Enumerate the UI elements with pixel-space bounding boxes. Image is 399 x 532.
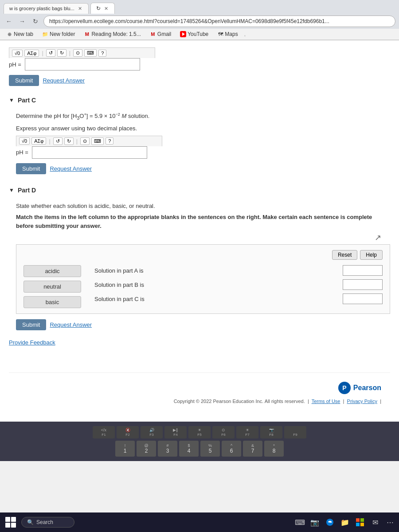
keyboard-btn-c[interactable]: ⌨: [91, 137, 104, 145]
reset-btn-b[interactable]: ⊙: [73, 49, 82, 57]
fn-key-bright-down[interactable]: ☀F5: [188, 426, 211, 438]
reset-button-d[interactable]: Reset: [332, 250, 357, 260]
back-button[interactable]: ←: [4, 16, 14, 27]
fn-key-screenshot[interactable]: 📷F8: [260, 426, 282, 438]
key-2[interactable]: @2: [137, 441, 156, 457]
key-5[interactable]: %5: [200, 441, 220, 457]
key-3[interactable]: #3: [158, 441, 177, 457]
undo-btn-b[interactable]: ↺: [46, 49, 55, 57]
address-bar-row: ← → ↻: [0, 14, 399, 29]
tab-1-close[interactable]: ✕: [77, 6, 83, 12]
gmail-icon: M: [150, 31, 156, 37]
part-c-body: Determine the pH for [H3O+] = 5.9 × 10−2…: [16, 112, 390, 174]
fn-key-play[interactable]: ▶‖F4: [164, 426, 187, 438]
help-btn-c[interactable]: ?: [106, 137, 113, 145]
reload-button[interactable]: ↻: [30, 16, 41, 27]
browser-tab-1[interactable]: w is grocery plastic bags blu... ✕: [4, 3, 89, 14]
key-7[interactable]: &7: [243, 441, 262, 457]
bookmark-maps[interactable]: 🗺 Maps: [215, 30, 240, 38]
key-8[interactable]: *8: [264, 441, 284, 457]
fn-key-f9[interactable]: F9: [284, 426, 306, 438]
youtube-icon: [180, 31, 186, 37]
drag-item-basic[interactable]: basic: [23, 296, 81, 308]
fn-key-bright-up[interactable]: ⊙F6: [212, 426, 235, 438]
folder-icon: 📁: [42, 31, 48, 37]
submit-btn-d[interactable]: Submit: [16, 319, 46, 330]
redo-btn-c[interactable]: ↻: [64, 137, 74, 145]
submit-btn-c[interactable]: Submit: [16, 163, 46, 174]
part-d-cursor-icon: ↗: [375, 233, 381, 243]
pearson-brand-text: Pearson: [353, 384, 381, 392]
reading-icon: M: [84, 31, 90, 37]
part-d-arrow[interactable]: ▼: [9, 187, 14, 193]
undo-btn-c[interactable]: ↺: [53, 137, 63, 145]
bookmark-reading-mode[interactable]: M Reading Mode: 1.5...: [81, 30, 143, 38]
sqrt-btn-b[interactable]: √0: [12, 50, 23, 57]
drop-box-c[interactable]: [343, 293, 383, 304]
pearson-logo: P Pearson: [18, 382, 381, 394]
bookmark-comma: ,: [244, 31, 246, 37]
forward-button[interactable]: →: [17, 16, 27, 27]
fn-key-f7[interactable]: ☀F7: [236, 426, 258, 438]
drag-drop-body: acidic neutral basic Solution in part A …: [23, 265, 383, 308]
part-d-intro2: Match the items in the left column to th…: [16, 213, 390, 230]
new-tab-icon: ⊕: [6, 31, 12, 37]
ph-label-b: pH =: [9, 61, 21, 68]
part-d-section: ▼ Part D State whether each solution is …: [9, 183, 390, 331]
ph-input-row-b: pH =: [9, 58, 390, 70]
provide-feedback-area: Provide Feedback: [9, 339, 390, 372]
browser-tab-2[interactable]: ↻ ✕: [90, 3, 115, 14]
bookmark-reading-label: Reading Mode: 1.5...: [91, 31, 141, 37]
drop-sentence-a: Solution in part A is: [94, 267, 340, 274]
terms-of-use-link[interactable]: Terms of Use: [312, 399, 340, 404]
submit-btn-b[interactable]: Submit: [9, 75, 39, 86]
part-c-problem-line1: Determine the pH for [H3O+] = 5.9 × 10−2…: [16, 112, 390, 121]
address-input[interactable]: [43, 16, 395, 27]
part-c-arrow[interactable]: ▼: [9, 97, 14, 103]
help-button-d[interactable]: Help: [360, 250, 383, 260]
drop-row-c: Solution in part C is: [94, 293, 383, 304]
bookmark-new-folder[interactable]: 📁 New folder: [39, 30, 78, 38]
drag-item-acidic[interactable]: acidic: [23, 265, 81, 277]
key-1[interactable]: !1: [115, 441, 135, 457]
sep2-b: |: [69, 50, 70, 56]
ph-input-b[interactable]: [25, 58, 140, 70]
fn-key-vol-up[interactable]: 🔊F3: [141, 426, 163, 438]
drag-items-column: acidic neutral basic: [23, 265, 81, 308]
part-c-section: ▼ Part C Determine the pH for [H3O+] = 5…: [9, 93, 390, 174]
ph-input-c[interactable]: [32, 146, 147, 159]
bookmark-youtube-label: YouTube: [188, 31, 208, 37]
loading-icon: ↻: [96, 5, 101, 12]
drag-item-neutral[interactable]: neutral: [23, 281, 81, 293]
action-row-b: Submit Request Answer: [9, 75, 390, 86]
request-answer-btn-c[interactable]: Request Answer: [50, 165, 92, 172]
bookmark-new-tab[interactable]: ⊕ New tab: [4, 30, 36, 38]
tab-2-close[interactable]: ✕: [103, 6, 109, 12]
fn-key-mute[interactable]: 🔇F2: [117, 426, 139, 438]
sigma-btn-c[interactable]: ΑΣφ: [31, 137, 46, 145]
help-btn-b[interactable]: ?: [98, 50, 106, 57]
bookmark-gmail[interactable]: M Gmail: [147, 30, 174, 38]
sqrt-btn-c[interactable]: √0: [19, 137, 30, 145]
reset-btn-c[interactable]: ⊙: [80, 137, 90, 145]
drop-row-a: Solution in part A is: [94, 265, 383, 276]
key-6[interactable]: ^6: [222, 441, 241, 457]
part-d-body: State whether each solution is acidic, b…: [16, 202, 390, 331]
ph-input-row-c: pH =: [16, 146, 390, 159]
drop-box-b[interactable]: [343, 279, 383, 290]
part-b-ph-row: √0 ΑΣφ | ↺ ↻ | ⊙ ⌨ ? pH =: [9, 47, 390, 70]
key-4[interactable]: $4: [179, 441, 199, 457]
bookmark-youtube[interactable]: YouTube: [177, 30, 211, 38]
keyboard-btn-b[interactable]: ⌨: [84, 49, 97, 57]
drop-box-a[interactable]: [343, 265, 383, 276]
redo-btn-b[interactable]: ↻: [57, 49, 66, 57]
privacy-policy-link[interactable]: Privacy Policy: [347, 399, 377, 404]
sigma-btn-b[interactable]: ΑΣφ: [24, 50, 39, 57]
request-answer-btn-d[interactable]: Request Answer: [50, 321, 92, 328]
action-row-d: Submit Request Answer: [16, 319, 390, 330]
browser-chrome: w is grocery plastic bags blu... ✕ ↻ ✕ ←…: [0, 0, 399, 40]
sep1-c: |: [49, 138, 50, 145]
request-answer-btn-b[interactable]: Request Answer: [43, 77, 85, 84]
fn-key-code[interactable]: </xF1: [93, 426, 115, 438]
provide-feedback-link[interactable]: Provide Feedback: [9, 339, 55, 346]
